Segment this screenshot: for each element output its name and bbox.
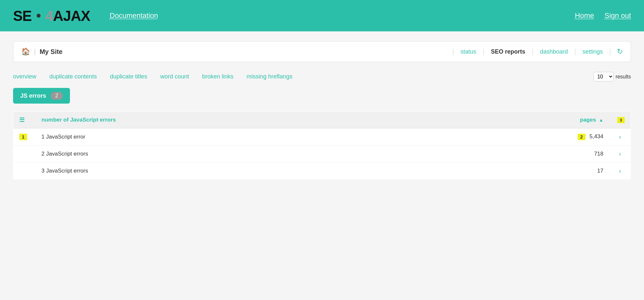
row-num-badge-1: 1 — [19, 134, 27, 140]
row-num-cell: 1 — [13, 128, 36, 145]
logo-text: SE 4AJAX — [13, 8, 90, 23]
gear-icon — [32, 9, 45, 22]
action-col-header: 3 — [609, 112, 631, 128]
tabs-row: overview duplicate contents duplicate ti… — [13, 72, 631, 81]
logo-se: SE — [13, 8, 32, 24]
row-description-1: 1 JavaScript error — [36, 128, 435, 145]
col-badge: 3 — [617, 117, 625, 123]
sort-indicator: ▲ — [599, 117, 603, 123]
signout-link[interactable]: Sign out — [604, 11, 631, 20]
seo-reports-nav-link[interactable]: SEO reports — [484, 48, 533, 55]
js-errors-label: JS errors — [20, 92, 46, 99]
home-link[interactable]: Home — [575, 11, 594, 20]
row-pages-3: 17 — [435, 162, 609, 179]
status-nav-link[interactable]: status — [453, 48, 484, 55]
results-control: 10 25 50 100 results — [594, 72, 631, 81]
row-action-3[interactable]: › — [609, 162, 631, 179]
description-col-header: number of JavaScript errors — [36, 112, 435, 128]
row-num-cell-3 — [13, 162, 36, 179]
pages-col-header[interactable]: pages ▲ — [435, 112, 609, 128]
menu-icon[interactable]: ☰ — [19, 117, 25, 123]
tab-duplicate-contents[interactable]: duplicate contents — [49, 73, 97, 80]
tab-broken-links[interactable]: broken links — [202, 73, 233, 80]
menu-col-header: ☰ — [13, 112, 36, 128]
row-action-1[interactable]: › — [609, 128, 631, 145]
logo: SE 4AJAX — [13, 8, 90, 23]
js-errors-table: ☰ number of JavaScript errors pages ▲ 3 … — [13, 111, 631, 179]
site-name: My Site — [40, 48, 62, 56]
logo-ajax: AJAX — [53, 8, 90, 24]
home-icon[interactable]: 🏠 — [21, 47, 30, 56]
row-action-2[interactable]: › — [609, 145, 631, 162]
logo-4: 4 — [45, 8, 53, 24]
settings-nav-link[interactable]: settings — [575, 48, 610, 55]
table-header-row: ☰ number of JavaScript errors pages ▲ 3 — [13, 112, 631, 128]
main-content: 🏠 | My Site status SEO reports dashboard… — [0, 31, 644, 189]
row-pages-1: 2 5,434 — [435, 128, 609, 145]
tab-missing-hreflangs[interactable]: missing hreflangs — [246, 73, 292, 80]
results-select[interactable]: 10 25 50 100 — [594, 72, 614, 81]
documentation-link[interactable]: Documentation — [110, 11, 158, 20]
pages-badge-2: 2 — [578, 134, 585, 140]
header-nav: Documentation — [110, 11, 158, 20]
tab-overview[interactable]: overview — [13, 73, 36, 80]
tab-duplicate-titles[interactable]: duplicate titles — [110, 73, 147, 80]
header: SE 4AJAX Documentation Home Sign out — [0, 0, 644, 31]
row-description-3: 3 JavaScript errors — [36, 162, 435, 179]
results-label: results — [616, 74, 631, 80]
svg-point-1 — [37, 14, 41, 18]
table-row: 2 JavaScript errors 718 › — [13, 145, 631, 162]
pages-col-label: pages — [580, 117, 596, 123]
site-nav: status SEO reports dashboard settings — [453, 48, 610, 55]
refresh-button[interactable]: ↻ — [617, 47, 623, 56]
js-errors-tab-button[interactable]: JS errors 2 — [13, 88, 70, 104]
row-description-2: 2 JavaScript errors — [36, 145, 435, 162]
active-tab-area: JS errors 2 — [13, 88, 631, 104]
divider: | — [34, 48, 36, 56]
site-card: 🏠 | My Site status SEO reports dashboard… — [13, 41, 631, 62]
row-pages-2: 718 — [435, 145, 609, 162]
table-row: 1 1 JavaScript error 2 5,434 › — [13, 128, 631, 145]
header-right: Home Sign out — [575, 11, 631, 20]
tab-word-count[interactable]: word count — [160, 73, 189, 80]
js-errors-badge: 2 — [51, 92, 63, 100]
table-row: 3 JavaScript errors 17 › — [13, 162, 631, 179]
dashboard-nav-link[interactable]: dashboard — [533, 48, 575, 55]
row-num-cell-2 — [13, 145, 36, 162]
